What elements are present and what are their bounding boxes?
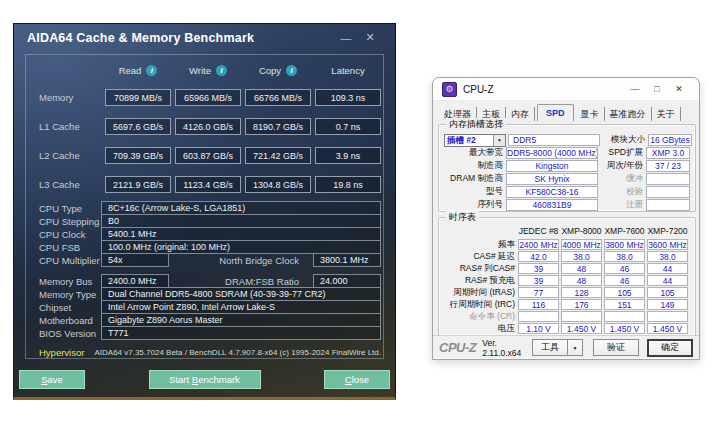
row-label: CPU Clock bbox=[26, 229, 101, 240]
week-year-label: 周次/年份 bbox=[600, 160, 646, 172]
l2-read-value: 709.39 GB/s bbox=[105, 147, 171, 164]
slot-select[interactable]: 插槽 #2 ▼ bbox=[444, 134, 506, 147]
row-label: Memory Bus bbox=[26, 276, 101, 287]
l2-write-value: 603.87 GB/s bbox=[175, 147, 241, 164]
chipset-row: Chipset Intel Arrow Point Z890, Intel Ar… bbox=[26, 300, 383, 314]
slot-row: 插槽 #2 ▼ DDR5 模块大小 16 GBytes bbox=[444, 134, 690, 146]
ok-button[interactable]: 确定 bbox=[647, 339, 693, 357]
col-xmp8000: XMP-8000 bbox=[561, 226, 602, 238]
l3-write-value: 1123.4 GB/s bbox=[175, 176, 241, 193]
maximize-icon[interactable]: □ bbox=[646, 84, 668, 94]
cpu-stepping-row: CPU Stepping B0 bbox=[26, 214, 383, 228]
slot-select-value: 插槽 #2 bbox=[445, 135, 493, 146]
manufacturer-row: 制造商 Kingston 周次/年份 37 / 23 bbox=[444, 160, 690, 172]
minimize-icon[interactable]: — bbox=[334, 32, 358, 44]
close-icon[interactable]: ✕ bbox=[358, 31, 382, 44]
cpuz-window: ⚙ CPU-Z — □ ✕ 处理器 主板 内存 SPD 显卡 基准跑分 关于 内… bbox=[432, 77, 700, 360]
max-bandwidth-label: 最大带宽 bbox=[444, 147, 506, 159]
dram-manufacturer-label: DRAM 制造商 bbox=[444, 173, 506, 185]
col-jedec: JEDEC #8 bbox=[518, 226, 559, 238]
table-row-memory: Memory 70899 MB/s 65966 MB/s 66766 MB/s … bbox=[26, 89, 383, 106]
l3-read-value: 2121.9 GB/s bbox=[105, 176, 171, 193]
row-label: L3 Cache bbox=[26, 179, 101, 190]
close-icon[interactable]: ✕ bbox=[668, 84, 690, 94]
registered-value bbox=[646, 199, 690, 211]
ras-precharge-row: RAS# 预充电 39 48 46 44 bbox=[444, 275, 690, 286]
version-text: Ver. 2.11.0.x64 bbox=[482, 338, 532, 358]
serial-number-value: 460831B9 bbox=[506, 199, 598, 211]
tab-spd[interactable]: SPD bbox=[537, 104, 574, 121]
close-button[interactable]: Close bbox=[324, 370, 390, 389]
memory-bus-value: 2400.0 MHz bbox=[101, 274, 169, 288]
l3-latency-value: 19.8 ns bbox=[315, 176, 381, 193]
aida64-window: AIDA64 Cache & Memory Benchmark — ✕ Read… bbox=[13, 23, 396, 400]
chevron-down-icon[interactable]: ▼ bbox=[493, 135, 505, 146]
memory-type-row: Memory Type Dual Channel DDR5-4800 SDRAM… bbox=[26, 287, 383, 301]
memory-copy-value: 66766 MB/s bbox=[245, 89, 311, 106]
table-row-l1: L1 Cache 5697.6 GB/s 4126.0 GB/s 8190.7 … bbox=[26, 118, 383, 135]
row-label: CPU Type bbox=[26, 203, 101, 214]
l3-copy-value: 1304.8 GB/s bbox=[245, 176, 311, 193]
row-label: L2 Cache bbox=[26, 150, 101, 161]
ras-to-cas-row: RAS# 到CAS# 39 48 46 44 bbox=[444, 263, 690, 274]
memory-bus-row: Memory Bus 2400.0 MHz DRAM:FSB Ratio 24.… bbox=[26, 274, 383, 288]
info-icon[interactable]: i bbox=[146, 65, 157, 76]
info-icon[interactable]: i bbox=[286, 65, 297, 76]
l1-latency-value: 0.7 ns bbox=[315, 118, 381, 135]
timings-groupbox: 时序表 JEDEC #8 XMP-8000 XMP-7600 XMP-7200 … bbox=[438, 217, 696, 336]
module-size-value: 16 GBytes bbox=[648, 134, 692, 146]
max-bandwidth-row: 最大带宽 DDR5-8000 (4000 MHz) SPD扩展 XMP 3.0 bbox=[444, 147, 690, 159]
north-bridge-clock-label: North Bridge Clock bbox=[169, 255, 313, 266]
info-icon[interactable]: i bbox=[216, 65, 227, 76]
buffered-value bbox=[646, 173, 690, 185]
benchmark-panel: Read i Write i Copy i Latency Memory 708… bbox=[25, 54, 384, 359]
cpuz-app-icon: ⚙ bbox=[442, 82, 457, 97]
buffered-label: 缓冲 bbox=[600, 173, 646, 185]
cpu-clock-row: CPU Clock 5400.1 MHz bbox=[26, 227, 383, 241]
row-label: Memory bbox=[26, 92, 101, 103]
validate-button[interactable]: 验证 bbox=[593, 339, 639, 356]
tras-row: 周期时间 (tRAS) 77 128 105 105 bbox=[444, 287, 690, 298]
frequency-row: 频率 2400 MHz 4000 MHz 3800 MHz 3600 MHz bbox=[444, 239, 690, 250]
hypervisor-label: Hypervisor bbox=[39, 347, 84, 358]
cpu-type-value: 8C+16c (Arrow Lake-S, LGA1851) bbox=[101, 201, 381, 215]
save-button[interactable]: Save bbox=[19, 370, 85, 389]
cpu-clock-value: 5400.1 MHz bbox=[101, 227, 381, 241]
cpu-type-row: CPU Type 8C+16c (Arrow Lake-S, LGA1851) bbox=[26, 201, 383, 215]
command-rate-row: 命令率 (CR) bbox=[444, 311, 690, 322]
dram-manufacturer-row: DRAM 制造商 SK Hynix 缓冲 bbox=[444, 173, 690, 185]
row-label: CPU FSB bbox=[26, 242, 101, 253]
motherboard-value: Gigabyte Z890 Aorus Master bbox=[101, 313, 381, 327]
start-benchmark-button[interactable]: Start Benchmark bbox=[149, 370, 261, 389]
column-header-read: Read i bbox=[105, 65, 171, 76]
tab-about[interactable]: 关于 bbox=[652, 107, 681, 121]
part-number-value: KF580C38-16 bbox=[506, 186, 598, 198]
tools-button[interactable]: 工具 bbox=[532, 339, 568, 356]
part-number-label: 型号 bbox=[444, 186, 506, 198]
tools-dropdown-icon[interactable]: ▼ bbox=[568, 339, 583, 356]
tab-memory[interactable]: 内存 bbox=[506, 107, 535, 121]
button-bar: Save Start Benchmark Close bbox=[18, 370, 391, 389]
aida64-titlebar[interactable]: AIDA64 Cache & Memory Benchmark — ✕ bbox=[14, 24, 395, 51]
cpu-multiplier-row: CPU Multiplier 54x North Bridge Clock 38… bbox=[26, 253, 383, 267]
l1-write-value: 4126.0 GB/s bbox=[175, 118, 241, 135]
timing-header-row: JEDEC #8 XMP-8000 XMP-7600 XMP-7200 bbox=[444, 226, 690, 238]
memory-type-value: Dual Channel DDR5-4800 SDRAM (40-39-39-7… bbox=[101, 287, 381, 301]
memory-latency-value: 109.3 ns bbox=[315, 89, 381, 106]
row-label: Chipset bbox=[26, 302, 101, 313]
cpuz-titlebar[interactable]: ⚙ CPU-Z — □ ✕ bbox=[433, 78, 699, 101]
module-size-label: 模块大小 bbox=[602, 134, 648, 146]
tab-graphics[interactable]: 显卡 bbox=[576, 107, 605, 121]
cpu-multiplier-value: 54x bbox=[101, 253, 169, 267]
dram-fsb-ratio-value: 24.000 bbox=[313, 274, 381, 288]
l1-read-value: 5697.6 GB/s bbox=[105, 118, 171, 135]
groupbox-legend: 时序表 bbox=[446, 211, 479, 224]
l1-copy-value: 8190.7 GB/s bbox=[245, 118, 311, 135]
minimize-icon[interactable]: — bbox=[624, 84, 646, 94]
cpuz-footer: CPU-Z Ver. 2.11.0.x64 工具 ▼ 验证 确定 bbox=[433, 335, 699, 359]
cpu-fsb-row: CPU FSB 100.0 MHz (original: 100 MHz) bbox=[26, 240, 383, 254]
trc-row: 行周期时间 (tRC) 116 176 151 149 bbox=[444, 299, 690, 310]
column-header-row: Read i Write i Copy i Latency bbox=[26, 63, 383, 77]
tab-bench[interactable]: 基准跑分 bbox=[605, 107, 652, 121]
cpu-fsb-value: 100.0 MHz (original: 100 MHz) bbox=[101, 240, 381, 254]
